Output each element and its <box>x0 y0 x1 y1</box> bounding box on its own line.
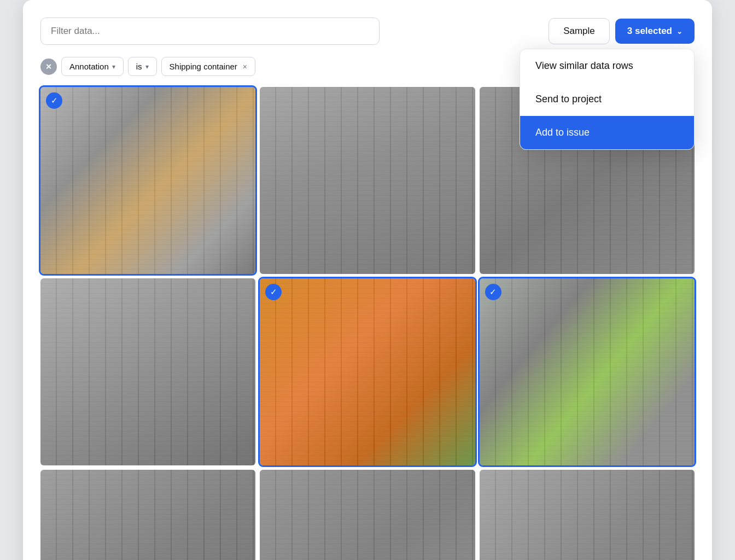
image-overlay <box>40 87 255 274</box>
image-cell-2[interactable] <box>260 87 475 274</box>
selected-button[interactable]: 3 selected ⌄ <box>615 19 695 44</box>
filter-input-wrap <box>40 18 380 45</box>
image-overlay <box>480 470 695 560</box>
image-cell-6[interactable]: ✓ <box>480 278 695 465</box>
dropdown-item-view-similar[interactable]: View similar data rows <box>520 49 694 83</box>
top-bar: Sample 3 selected ⌄ View similar data ro… <box>40 18 695 45</box>
image-overlay <box>40 278 255 465</box>
image-overlay <box>260 278 475 465</box>
is-label: is <box>136 62 142 71</box>
dropdown-menu: View similar data rows Send to project A… <box>520 49 695 150</box>
dropdown-item-send-to-project[interactable]: Send to project <box>520 83 694 116</box>
filter-input[interactable] <box>40 18 380 45</box>
close-icon: ✕ <box>45 62 52 71</box>
top-actions: Sample 3 selected ⌄ View similar data ro… <box>549 18 695 44</box>
shipping-container-filter-tag[interactable]: Shipping container × <box>161 57 255 76</box>
is-filter-tag[interactable]: is ▾ <box>128 57 157 76</box>
image-overlay <box>480 278 695 465</box>
tag-value-label: Shipping container <box>170 62 237 71</box>
image-cell-4[interactable] <box>40 278 255 465</box>
image-cell-1[interactable]: ✓ <box>40 87 255 274</box>
image-cell-5[interactable]: ✓ <box>260 278 475 465</box>
image-grid: ✓ ✓ ✓ <box>40 87 695 560</box>
selected-check-badge: ✓ <box>485 284 501 300</box>
annotation-chevron-icon: ▾ <box>112 63 115 71</box>
selected-check-badge: ✓ <box>46 92 62 109</box>
image-cell-7[interactable] <box>40 470 255 560</box>
image-cell-9[interactable] <box>480 470 695 560</box>
image-overlay <box>40 470 255 560</box>
selected-label: 3 selected <box>627 26 672 37</box>
sample-button[interactable]: Sample <box>549 18 610 44</box>
annotation-label: Annotation <box>69 62 109 71</box>
tag-close-icon[interactable]: × <box>243 62 247 71</box>
image-overlay <box>260 87 475 274</box>
annotation-filter-tag[interactable]: Annotation ▾ <box>61 57 124 76</box>
is-chevron-icon: ▾ <box>145 63 149 71</box>
image-cell-8[interactable] <box>260 470 475 560</box>
chevron-down-icon: ⌄ <box>676 27 682 36</box>
image-overlay <box>260 470 475 560</box>
dropdown-item-add-to-issue[interactable]: Add to issue <box>520 116 694 149</box>
main-card: Sample 3 selected ⌄ View similar data ro… <box>23 0 712 560</box>
filter-remove-button[interactable]: ✕ <box>40 59 57 75</box>
